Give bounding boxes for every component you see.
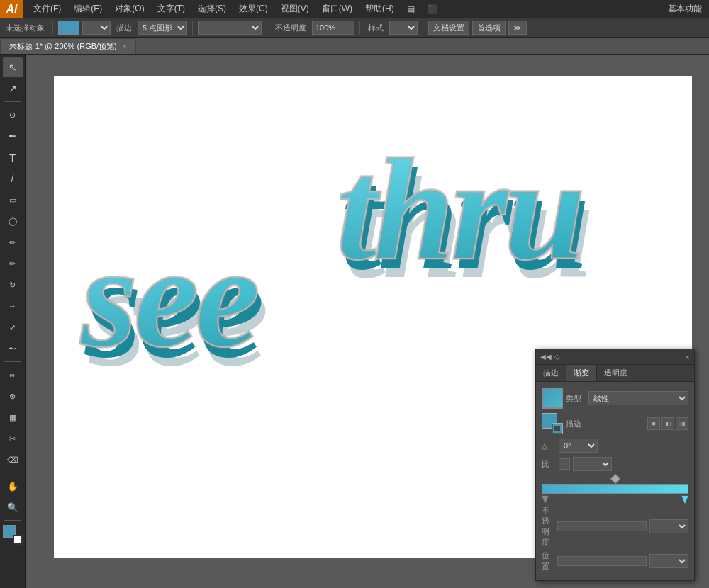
tool-brush[interactable]: ✏ (3, 232, 23, 252)
stroke-style-select[interactable]: 5 点圆形 (138, 21, 187, 35)
sep2 (192, 21, 193, 35)
brush-select[interactable] (198, 21, 262, 35)
tool-lasso[interactable]: ⊙ (3, 105, 23, 125)
ratio-icon: 比 (542, 459, 556, 470)
document-tab[interactable]: 未标题-1* @ 200% (RGB/预览) × (0, 38, 136, 54)
tool-scale[interactable]: ⤢ (3, 317, 23, 337)
tab-close-button[interactable]: × (123, 43, 127, 50)
panel-tab-stroke[interactable]: 描边 (536, 365, 566, 381)
style-select[interactable] (389, 21, 418, 35)
menu-help[interactable]: 帮助(H) (359, 1, 400, 16)
style-label: 样式 (365, 23, 386, 33)
tool-type[interactable]: T (3, 147, 23, 167)
tool-hand[interactable]: ✋ (3, 476, 23, 496)
menu-icon[interactable]: ▤ (401, 3, 420, 16)
angle-icon: △ (542, 441, 556, 451)
ratio-row: 比 (542, 457, 688, 471)
ratio-select[interactable] (573, 457, 612, 471)
tab-title: 未标题-1* @ 200% (RGB/预览) (9, 41, 117, 52)
gradient-midpoint[interactable] (610, 474, 620, 484)
menu-window[interactable]: 窗口(W) (316, 1, 358, 16)
toolbar: 未选择对象 描边 5 点圆形 不透明度 样式 文档设置 首选项 ≫ (0, 18, 709, 38)
tool-warp[interactable]: 〜 (3, 339, 23, 358)
canvas-area: see thru see see see see see (26, 55, 709, 588)
tool-zoom[interactable]: 🔍 (3, 497, 23, 517)
angle-row: △ 0° (542, 439, 688, 453)
tool-pen[interactable]: ✒ (3, 126, 23, 146)
sep1 (52, 21, 53, 35)
tool-select[interactable]: ↖ (3, 57, 23, 77)
stroke-btn3[interactable]: ◨ (676, 417, 688, 430)
menu-text[interactable]: 文字(T) (152, 1, 191, 16)
menu-effect[interactable]: 效果(C) (233, 1, 274, 16)
tool-slice[interactable]: ✂ (3, 429, 23, 448)
app-logo: Ai (0, 0, 23, 18)
fill-stroke-indicator[interactable] (3, 525, 23, 545)
tool-sep4 (4, 520, 21, 521)
tool-sep1 (4, 101, 21, 102)
tool-direct-select[interactable]: ↗ (3, 79, 23, 98)
panel-tab-gradient[interactable]: 渐变 (566, 365, 597, 381)
panel-collapse-btn[interactable]: ◀◀ (540, 353, 552, 361)
panel-close-button[interactable]: × (686, 353, 690, 361)
opacity-input[interactable] (312, 21, 354, 35)
opacity-select[interactable] (649, 519, 688, 533)
menu-bar: Ai 文件(F) 编辑(E) 对象(O) 文字(T) 选择(S) 效果(C) 视… (0, 0, 709, 18)
tab-bar: 未标题-1* @ 200% (RGB/预览) × (0, 38, 709, 55)
no-select-label: 未选择对象 (3, 23, 48, 33)
tool-symbol-spray[interactable]: ⊛ (3, 386, 23, 406)
toolbox: ↖ ↗ ⊙ ✒ T / ▭ ◯ ✏ ✏ ↻ ↔ ⤢ 〜 ∞ ⊛ ▦ ✂ ⌫ ✋ … (0, 55, 26, 588)
ratio-box[interactable] (559, 458, 570, 470)
sep3 (267, 21, 267, 35)
stroke-btn1[interactable]: ■ (647, 417, 660, 430)
gradient-bar[interactable] (542, 484, 688, 494)
tool-pencil[interactable]: ✏ (3, 254, 23, 273)
gradient-stop-left[interactable] (542, 495, 549, 504)
more-button[interactable]: ≫ (508, 21, 527, 35)
menu-select[interactable]: 选择(S) (192, 1, 232, 16)
stroke-btn2[interactable]: ◧ (661, 417, 674, 430)
panel-icon-btn[interactable]: ◇ (554, 353, 560, 361)
stroke-label: 描边 (113, 23, 135, 33)
opacity-slider[interactable] (557, 521, 647, 531)
first-item-button[interactable]: 首选项 (472, 21, 506, 35)
panel-titlebar: ◀◀ ◇ × (536, 349, 694, 365)
menu-file[interactable]: 文件(F) (28, 1, 67, 16)
location-slider[interactable] (557, 556, 647, 566)
tool-ellipse[interactable]: ◯ (3, 211, 23, 231)
tool-reflect[interactable]: ↔ (3, 296, 23, 316)
stroke-row-label: 描边 (566, 419, 586, 429)
type-label: 类型 (566, 393, 586, 404)
location-select[interactable] (649, 554, 688, 568)
tool-line[interactable]: / (3, 169, 23, 188)
gradient-stop-right[interactable] (681, 495, 688, 504)
stroke-row: 描边 ■ ◧ ◨ (542, 413, 688, 434)
tool-rotate[interactable]: ↻ (3, 275, 23, 295)
menu-items: 文件(F) 编辑(E) 对象(O) 文字(T) 选择(S) 效果(C) 视图(V… (23, 1, 448, 16)
menu-view[interactable]: 视图(V) (275, 1, 315, 16)
menu-icon2[interactable]: ⬛ (422, 3, 444, 16)
tool-blend[interactable]: ∞ (3, 365, 23, 385)
location-row: 位置 (542, 550, 688, 572)
tool-column-graph[interactable]: ▦ (3, 407, 23, 427)
sep5 (423, 21, 423, 35)
opacity-row: 不透明度 (542, 505, 688, 548)
tool-eraser[interactable]: ⌫ (3, 450, 23, 470)
stroke-select[interactable] (82, 21, 111, 35)
panel-body: 类型 线性 (536, 382, 694, 580)
doc-settings-button[interactable]: 文档设置 (428, 21, 469, 35)
sep4 (359, 21, 360, 35)
tool-rect[interactable]: ▭ (3, 190, 23, 210)
angle-select[interactable]: 0° (559, 439, 598, 453)
panel-tab-transparency[interactable]: 透明度 (597, 365, 635, 381)
tool-sep2 (4, 361, 21, 362)
stroke-color-indicator[interactable] (542, 413, 563, 434)
gradient-type-select[interactable]: 线性 (588, 391, 688, 405)
workspace-label: 基本功能 (668, 3, 709, 15)
gradient-preview-swatch[interactable] (542, 388, 563, 409)
menu-object[interactable]: 对象(O) (109, 1, 150, 16)
menu-edit[interactable]: 编辑(E) (68, 1, 108, 16)
panel-tabs: 描边 渐变 透明度 (536, 365, 694, 382)
opacity-icon: 不透明度 (542, 505, 554, 548)
stroke-color-box[interactable] (58, 21, 79, 35)
